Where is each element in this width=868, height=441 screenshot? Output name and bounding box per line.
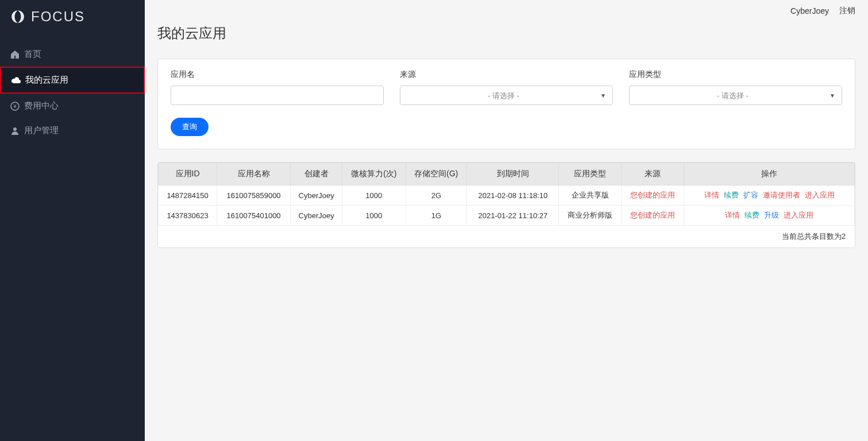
table-header: 微核算力(次) [342, 163, 406, 185]
table-cell: 2021-02-08 11:18:10 [467, 185, 559, 206]
sidebar-item-label: 用户管理 [24, 125, 59, 136]
filter-panel: 应用名 来源 - 请选择 - ▼ 应用类型 [157, 59, 855, 149]
action-link[interactable]: 详情 [704, 191, 719, 199]
table-header: 应用名称 [217, 163, 291, 185]
table-cell-actions: 详情续费升级进入应用 [684, 206, 855, 226]
brand: FOCUS [0, 0, 145, 36]
action-link[interactable]: 详情 [725, 211, 740, 219]
table-panel: 应用ID应用名称创建者微核算力(次)存储空间(G)到期时间应用类型来源操作 14… [157, 162, 855, 248]
query-button[interactable]: 查询 [171, 118, 209, 136]
filter-appname: 应用名 [171, 69, 384, 105]
main: CyberJoey 注销 我的云应用 应用名 来源 - 请选择 - [145, 0, 868, 441]
table-cell: 1000 [342, 206, 406, 226]
table-header: 到期时间 [467, 163, 559, 185]
table-header: 存储空间(G) [406, 163, 467, 185]
table-header: 应用ID [159, 163, 217, 185]
table-cell: 1000 [342, 185, 406, 206]
table-cell: 1487284150 [159, 185, 217, 206]
sidebar-item-cloud-apps[interactable]: 我的云应用 [0, 67, 145, 94]
sidebar-item-home[interactable]: 首页 [0, 42, 145, 67]
username[interactable]: CyberJoey [790, 6, 829, 16]
sidebar-item-billing[interactable]: ¥ 费用中心 [0, 94, 145, 118]
filter-source-label: 来源 [400, 69, 613, 80]
action-link[interactable]: 进入应用 [784, 211, 813, 219]
action-link[interactable]: 升级 [764, 211, 779, 219]
action-link[interactable]: 续费 [724, 191, 739, 199]
yen-icon: ¥ [10, 102, 20, 111]
topbar: CyberJoey 注销 [145, 0, 868, 16]
table-header: 创建者 [291, 163, 342, 185]
appname-input[interactable] [171, 86, 384, 105]
table-cell: 企业共享版 [559, 185, 622, 206]
table-cell: 1610075859000 [217, 185, 291, 206]
filter-appname-label: 应用名 [171, 69, 384, 80]
action-link[interactable]: 进入应用 [805, 191, 835, 199]
table-cell: CyberJoey [291, 206, 342, 226]
filter-apptype-label: 应用类型 [629, 69, 842, 80]
table-header: 操作 [684, 163, 855, 185]
sidebar: FOCUS 首页 我的云应用 ¥ 费用中心 [0, 0, 145, 441]
apptype-select[interactable]: - 请选择 - [629, 86, 842, 105]
table-cell: 2G [406, 185, 467, 206]
brand-name: FOCUS [31, 9, 85, 25]
brand-logo-icon [10, 9, 25, 24]
action-link[interactable]: 扩容 [743, 191, 758, 199]
apps-table: 应用ID应用名称创建者微核算力(次)存储空间(G)到期时间应用类型来源操作 14… [158, 163, 855, 226]
table-cell-source: 您创建的应用 [622, 185, 684, 206]
logout-link[interactable]: 注销 [839, 6, 855, 16]
table-cell: 1G [406, 206, 467, 226]
home-icon [10, 50, 20, 59]
table-cell: 2021-01-22 11:10:27 [467, 206, 559, 226]
filter-apptype: 应用类型 - 请选择 - ▼ [629, 69, 842, 105]
action-link[interactable]: 续费 [744, 211, 759, 219]
sidebar-item-users[interactable]: 用户管理 [0, 118, 145, 143]
table-cell: 1437830623 [159, 206, 217, 226]
source-select[interactable]: - 请选择 - [400, 86, 613, 105]
table-cell: 商业分析师版 [559, 206, 622, 226]
table-row: 14872841501610075859000CyberJoey10002G20… [159, 185, 855, 206]
table-cell-actions: 详情续费扩容邀请使用者进入应用 [684, 185, 855, 206]
sidebar-item-label: 费用中心 [24, 100, 59, 111]
svg-point-2 [13, 127, 17, 131]
svg-text:¥: ¥ [13, 103, 17, 109]
sidebar-nav: 首页 我的云应用 ¥ 费用中心 用户管理 [0, 36, 145, 143]
cloud-icon [11, 76, 21, 85]
table-cell: CyberJoey [291, 185, 342, 206]
action-link[interactable]: 邀请使用者 [763, 191, 800, 199]
user-icon [10, 126, 20, 136]
table-header: 来源 [622, 163, 684, 185]
sidebar-item-label: 我的云应用 [25, 75, 68, 86]
filter-source: 来源 - 请选择 - ▼ [400, 69, 613, 105]
page-title: 我的云应用 [157, 24, 855, 42]
table-cell: 1610075401000 [217, 206, 291, 226]
table-cell-source: 您创建的应用 [622, 206, 684, 226]
sidebar-item-label: 首页 [24, 49, 41, 60]
table-footer: 当前总共条目数为2 [158, 226, 855, 247]
table-row: 14378306231610075401000CyberJoey10001G20… [159, 206, 855, 226]
table-header: 应用类型 [559, 163, 622, 185]
